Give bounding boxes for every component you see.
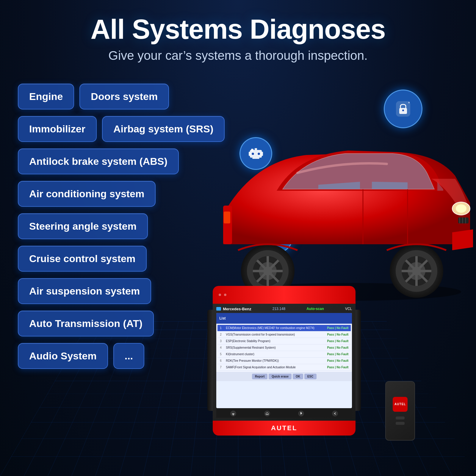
device-top-bar [213, 286, 356, 304]
screen-content: 1 ECM(Motor Electronics (ME) MED40' for … [216, 324, 352, 372]
obd-module: AUTEL [385, 381, 415, 441]
device-nav-icon-3[interactable] [298, 411, 304, 416]
screen-header: List [216, 313, 352, 324]
row-text-6: RDK(Tire Pressure Monitor (TPM/RDK)) [226, 359, 327, 362]
badge-air-conditioning[interactable]: Air conditioning system [18, 181, 156, 207]
obd-button-1[interactable] [396, 416, 405, 419]
row-text-7: SAMF(Front Signal Acquisition and Actuat… [226, 366, 327, 369]
system-row-4: Air conditioning system [18, 181, 225, 207]
obd-logo: AUTEL [393, 397, 408, 412]
system-row-5: Steering angle system [18, 213, 225, 239]
page-title: All Systems Diagnoses [24, 15, 452, 44]
row-text-5: KI(Instrument cluster) [226, 353, 327, 356]
device-bottom-bar: AUTEL [213, 421, 356, 436]
main-area: Engine Doors system Immobilizer Airbag s… [0, 72, 476, 435]
right-area: ° [225, 78, 458, 435]
screen-row-5: 5 KI(Instrument cluster) Pass | No Fault [217, 351, 351, 358]
device-model-text: 213.148 [273, 307, 285, 311]
svg-point-43 [412, 267, 421, 275]
device-brand-text: Mercedes-Benz [223, 307, 251, 311]
bluetooth-icon [299, 412, 303, 415]
report-button[interactable]: Report [252, 374, 267, 379]
badge-audio-system[interactable]: Audio System [18, 343, 108, 369]
row-text-2: VGS(Transmission control for 9-speed tra… [226, 333, 327, 336]
header-section: All Systems Diagnoses Give your car’s sy… [0, 0, 476, 72]
obd-buttons [396, 416, 405, 425]
car-image-container [193, 101, 476, 310]
device-nav-icon-1[interactable] [230, 411, 236, 416]
system-row-9: Audio System ... [18, 343, 225, 369]
quick-erase-button[interactable]: Quick erase [269, 374, 292, 379]
badge-cruise-control[interactable]: Cruise control system [18, 246, 147, 272]
row-status-1: Pass | No Fault [327, 326, 349, 330]
badge-engine[interactable]: Engine [18, 84, 74, 109]
badge-steering-angle[interactable]: Steering angle system [18, 213, 148, 239]
row-text-3: ESP(Electronic Stability Program) [226, 339, 327, 343]
systems-column: Engine Doors system Immobilizer Airbag s… [18, 78, 225, 435]
diagnostic-device: Mercedes-Benz 213.148 Auto-scan VCL List [213, 286, 356, 452]
badge-ellipsis[interactable]: ... [113, 343, 144, 369]
svg-rect-25 [224, 212, 230, 223]
device-screen: List 1 ECM(Motor Electronics (ME) MED40'… [216, 313, 352, 408]
row-text-4: SRS(Supplemental Restraint System) [226, 346, 327, 349]
screen-row-3: 3 ESP(Electronic Stability Program) Pass… [217, 338, 351, 345]
system-row-6: Cruise control system [18, 246, 225, 272]
diagnostic-device-container: Mercedes-Benz 213.148 Auto-scan VCL List [213, 286, 379, 464]
obd-button-2[interactable] [396, 422, 405, 425]
badge-air-suspension[interactable]: Air suspension system [18, 278, 151, 304]
screen-row-7: 7 SAMF(Front Signal Acquisition and Actu… [217, 364, 351, 371]
esc-button[interactable]: ESC [304, 374, 317, 379]
wifi-icon [231, 412, 235, 415]
device-right-grip [356, 310, 361, 411]
badge-abs-system[interactable]: Antilock brake system (ABS) [18, 148, 179, 174]
device-nav-icon-4[interactable] [332, 411, 338, 416]
page-subtitle: Give your car’s systems a thorough inspe… [24, 48, 452, 63]
home-icon [265, 412, 269, 415]
back-icon [333, 412, 337, 415]
row-status-5: Pass | No Fault [327, 353, 349, 356]
badge-auto-transmission[interactable]: Auto Transmission (AT) [18, 311, 154, 336]
svg-point-44 [233, 415, 234, 415]
system-row-7: Air suspension system [18, 278, 225, 304]
car-svg [193, 101, 476, 310]
screen-row-4: 4 SRS(Supplemental Restraint System) Pas… [217, 345, 351, 351]
screen-action-buttons: Report Quick erase OK ESC [216, 372, 352, 381]
system-row-3: Antilock brake system (ABS) [18, 148, 225, 174]
badge-immobilizer[interactable]: Immobilizer [18, 116, 97, 142]
row-status-4: Pass | No Fault [327, 346, 349, 349]
system-row-2: Immobilizer Airbag system (SRS) [18, 116, 225, 142]
row-status-6: Pass | No Fault [327, 359, 349, 362]
device-nav-icon-2[interactable] [264, 411, 270, 416]
svg-point-34 [263, 267, 272, 275]
svg-point-19 [456, 204, 466, 213]
screen-row-6: 6 RDK(Tire Pressure Monitor (TPM/RDK)) P… [217, 358, 351, 364]
device-autoscan: Auto-scan [306, 307, 324, 311]
row-status-2: Pass | No Fault [327, 333, 349, 336]
device-vcl: VCL [345, 307, 352, 311]
badge-doors-system[interactable]: Doors system [79, 84, 169, 109]
autel-logo: AUTEL [271, 424, 297, 432]
screen-row-2: 2 VGS(Transmission control for 9-speed t… [217, 331, 351, 338]
system-row-8: Auto Transmission (AT) [18, 311, 225, 336]
screen-row-1: 1 ECM(Motor Electronics (ME) MED40' for … [217, 325, 351, 331]
ok-button[interactable]: OK [293, 374, 303, 379]
row-status-3: Pass | No Fault [327, 339, 349, 343]
row-status-7: Pass | No Fault [327, 366, 349, 369]
badge-airbag-system[interactable]: Airbag system (SRS) [102, 116, 225, 142]
system-row-1: Engine Doors system [18, 84, 225, 109]
row-text-1: ECM(Motor Electronics (ME) MED40' for co… [226, 326, 327, 330]
page-content: All Systems Diagnoses Give your car’s sy… [0, 0, 476, 476]
